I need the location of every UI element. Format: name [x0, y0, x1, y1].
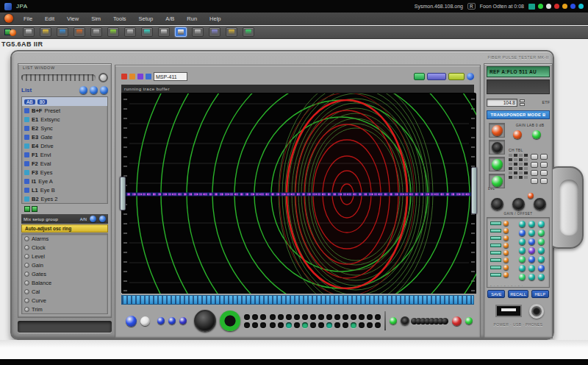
push-button[interactable]	[318, 322, 324, 328]
tray-icon-6[interactable]	[570, 4, 576, 9]
toolbar-button-export[interactable]	[57, 27, 68, 37]
matrix-led-6-0[interactable]	[519, 274, 526, 280]
settings-item[interactable]: Cal	[22, 287, 107, 296]
soft-key[interactable]	[540, 178, 548, 184]
settings-item[interactable]: Balance	[22, 278, 107, 287]
list-item[interactable]: L1Eye B	[22, 185, 107, 194]
record-icon[interactable]	[121, 74, 127, 79]
push-button[interactable]	[351, 314, 356, 320]
settings-action-button-2[interactable]	[99, 216, 106, 222]
matrix-led-2-2[interactable]	[538, 238, 545, 245]
push-button[interactable]	[318, 314, 324, 320]
list-item-selected[interactable]: AB80	[22, 97, 107, 106]
soft-key[interactable]	[531, 170, 538, 176]
sync-icon[interactable]	[146, 74, 151, 79]
push-button[interactable]	[270, 314, 276, 320]
settings-item[interactable]: Gates	[22, 269, 107, 278]
settings-item[interactable]: Level	[22, 252, 107, 261]
menu-item-ab[interactable]: A/B	[165, 15, 174, 22]
push-button[interactable]	[343, 314, 348, 320]
push-button[interactable]	[244, 322, 250, 328]
settings-item[interactable]: Gain	[22, 261, 107, 269]
matrix-cell[interactable]	[509, 167, 512, 170]
matrix-led-6-2[interactable]	[538, 274, 545, 280]
menu-item-tools[interactable]: Tools	[113, 15, 126, 22]
settings-item[interactable]: Trim	[22, 305, 107, 313]
left-scroll-thumb[interactable]	[120, 177, 126, 210]
push-button[interactable]	[278, 322, 284, 328]
launcher-icon[interactable]	[4, 14, 13, 23]
push-button[interactable]	[294, 314, 300, 320]
settings-action-button-1[interactable]	[90, 216, 96, 222]
scale-button[interactable]	[448, 73, 465, 80]
matrix-cell[interactable]	[519, 154, 523, 157]
main-knob[interactable]	[194, 310, 216, 332]
matrix-led-1-2[interactable]	[538, 230, 545, 236]
matrix-cell[interactable]	[509, 154, 512, 157]
panel-led-button-1[interactable]	[492, 125, 503, 136]
matrix-cell[interactable]	[519, 171, 523, 174]
list-item[interactable]: F2Eval	[22, 159, 107, 168]
push-button[interactable]	[260, 322, 266, 328]
green-block-icon[interactable]	[24, 206, 30, 212]
right-scroll-thumb[interactable]	[471, 167, 477, 214]
matrix-led-5-2[interactable]	[538, 265, 545, 272]
toolbar-app-icon[interactable]	[4, 28, 18, 37]
menu-item-run[interactable]: Run	[187, 15, 197, 22]
push-button[interactable]	[310, 314, 316, 320]
led-button-small-1[interactable]	[157, 317, 165, 325]
list-item[interactable]: B+FPreset	[22, 106, 107, 115]
run-button[interactable]	[414, 73, 425, 80]
matrix-led-3-2[interactable]	[538, 247, 545, 254]
push-button[interactable]	[294, 322, 300, 328]
toolbar-button-layers[interactable]	[124, 27, 136, 37]
matrix-led-0-0[interactable]	[519, 221, 526, 227]
toolbar-button-scope[interactable]	[209, 27, 220, 37]
channel-slot[interactable]	[490, 266, 501, 269]
matrix-led-4-0[interactable]	[519, 256, 526, 263]
channel-slot[interactable]	[490, 222, 501, 225]
scope-title-field[interactable]: MSP-411	[154, 72, 187, 81]
rotary-knob-3[interactable]	[534, 198, 546, 210]
panel-led-button-3[interactable]	[492, 159, 503, 170]
push-button[interactable]	[252, 314, 258, 320]
push-button[interactable]	[252, 322, 258, 328]
tray-icon-3[interactable]	[546, 4, 551, 9]
green-block-icon[interactable]	[32, 206, 37, 212]
channel-slot[interactable]	[490, 236, 501, 240]
matrix-cell[interactable]	[514, 171, 517, 174]
toolbar-button-paste[interactable]	[107, 27, 119, 37]
push-button[interactable]	[302, 314, 308, 320]
matrix-cell[interactable]	[514, 167, 517, 170]
list-item[interactable]: E4Drive	[22, 141, 107, 150]
matrix-cell[interactable]	[524, 158, 528, 161]
matrix-cell[interactable]	[519, 158, 523, 161]
tray-icon-4[interactable]	[554, 4, 559, 9]
led-button-main-2[interactable]	[140, 316, 150, 326]
toolbar-button-copy[interactable]	[90, 27, 102, 37]
menu-item-view[interactable]: View	[67, 15, 79, 22]
matrix-led-1-0[interactable]	[519, 230, 526, 236]
help-button[interactable]: HELP	[531, 290, 549, 298]
menu-item-help[interactable]: Help	[209, 15, 220, 22]
sidebar-slider[interactable]	[21, 74, 96, 81]
matrix-cell[interactable]	[514, 158, 517, 161]
toolbar-button-grid[interactable]	[158, 27, 170, 37]
matrix-cell[interactable]	[514, 163, 517, 166]
soft-key[interactable]	[531, 154, 538, 160]
sidebar-action-button-3[interactable]	[100, 86, 108, 94]
channel-slot[interactable]	[490, 273, 501, 277]
matrix-led-0-2[interactable]	[538, 221, 545, 227]
selected-setting-row[interactable]: Auto-adjust osc ring	[21, 224, 108, 233]
led-button-main-1[interactable]	[126, 316, 137, 327]
tray-icon-1[interactable]	[528, 4, 535, 10]
channel-slot[interactable]	[490, 229, 501, 233]
channel-slot[interactable]	[490, 251, 501, 255]
matrix-led-3-0[interactable]	[519, 247, 526, 254]
marker-icon[interactable]	[129, 74, 135, 79]
push-button[interactable]	[286, 314, 292, 320]
channel-slot[interactable]	[490, 244, 501, 247]
menu-item-edit[interactable]: Edit	[45, 15, 54, 22]
tray-icon-7[interactable]	[578, 4, 584, 9]
matrix-cell[interactable]	[514, 176, 517, 179]
